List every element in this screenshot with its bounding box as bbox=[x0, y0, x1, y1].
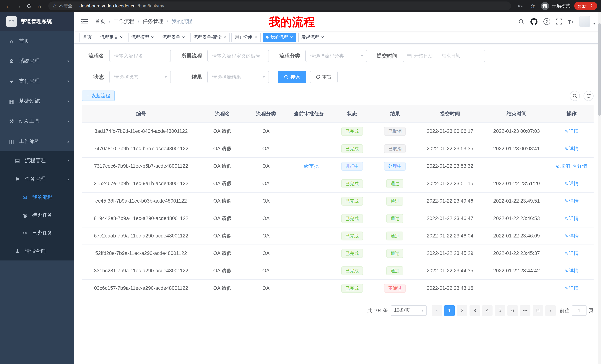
reset-button[interactable]: 重置 bbox=[310, 71, 338, 83]
page-button-11[interactable]: 11 bbox=[533, 305, 543, 316]
breadcrumb: 首页/工作流程/任务管理/我的流程 bbox=[95, 18, 192, 25]
bookmark-star-icon[interactable]: ☆ bbox=[528, 1, 537, 10]
sidebar-item-leave-query[interactable]: ♟请假查询 bbox=[0, 242, 74, 260]
incognito-glyph bbox=[542, 4, 548, 8]
sidebar-item-workflow[interactable]: ◫工作流程▴ bbox=[0, 131, 74, 151]
breadcrumb-separator: / bbox=[138, 19, 139, 25]
cancel-link[interactable]: ⊘取消 bbox=[556, 163, 570, 169]
tab-home[interactable]: 首页 bbox=[80, 32, 95, 42]
sidebar-item-todo-task[interactable]: ◉待办任务 bbox=[0, 206, 74, 224]
caret-down-icon[interactable]: ▾ bbox=[593, 22, 595, 27]
close-icon[interactable]: × bbox=[290, 35, 293, 40]
page-scrollbar[interactable] bbox=[598, 12, 601, 364]
close-icon[interactable]: × bbox=[120, 35, 123, 40]
detail-link[interactable]: ✎详情 bbox=[564, 215, 579, 221]
browser-home-icon[interactable]: ⌂ bbox=[35, 1, 44, 10]
tab-start-process[interactable]: 发起流程× bbox=[298, 32, 327, 42]
sidebar-item-payment[interactable]: ¥支付管理▾ bbox=[0, 71, 74, 91]
password-key-icon[interactable] bbox=[516, 1, 524, 10]
detail-link[interactable]: ✎详情 bbox=[564, 198, 579, 203]
category-select[interactable]: 请选择流程分类 ▾ bbox=[305, 50, 367, 62]
app-logo[interactable]: 芋道管理系统 bbox=[0, 12, 74, 31]
sidebar-item-home[interactable]: ⌂首页 bbox=[0, 31, 74, 51]
github-icon[interactable] bbox=[531, 18, 538, 26]
detail-link[interactable]: ✎详情 bbox=[564, 250, 579, 256]
result-select[interactable]: 请选择流结果 ▾ bbox=[207, 71, 269, 83]
cell-actions: ✎详情 bbox=[550, 123, 594, 140]
cell-id: 7470a810-7b9b-11ec-b5b7-acde48001122 bbox=[82, 140, 200, 157]
avatar[interactable] bbox=[579, 16, 591, 27]
page-button-1[interactable]: 1 bbox=[444, 305, 455, 316]
sidebar-item-process-management[interactable]: ▤流程管理▾ bbox=[0, 151, 74, 170]
reload-icon[interactable] bbox=[25, 1, 33, 10]
refresh-table-icon[interactable] bbox=[583, 91, 594, 101]
cell-submit-time: 2022-01-22 23:44:35 bbox=[416, 262, 483, 279]
next-page-button[interactable]: › bbox=[545, 305, 556, 316]
page-button-4[interactable]: 4 bbox=[482, 305, 492, 316]
page-button-6[interactable]: 6 bbox=[507, 305, 518, 316]
detail-link[interactable]: ✎详情 bbox=[564, 128, 579, 134]
toggle-search-icon[interactable] bbox=[570, 91, 580, 101]
sidebar: 芋道管理系统 ⌂首页⚙系统管理▾¥支付管理▾▦基础设施▾⚒研发工具▾◫工作流程▴… bbox=[0, 12, 74, 364]
address-bar[interactable]: ⚠ 不安全 | dashboard.yudao.iocoder.cn/bpm/t… bbox=[48, 1, 511, 10]
update-button[interactable]: 更新 ⋮ bbox=[574, 2, 597, 10]
cell-result: 已取消 bbox=[373, 140, 417, 157]
tab-label: 流程表单-编辑 bbox=[193, 34, 222, 40]
detail-link[interactable]: ✎详情 bbox=[564, 233, 579, 238]
process-def-input[interactable] bbox=[207, 50, 269, 62]
sidebar-item-task-management[interactable]: ⚑任务管理▴ bbox=[0, 170, 74, 189]
create-process-button[interactable]: + 发起流程 bbox=[82, 91, 115, 101]
forward-icon[interactable]: → bbox=[14, 1, 23, 10]
close-icon[interactable]: × bbox=[151, 35, 154, 40]
browser-menu-icon[interactable]: ⋮ bbox=[589, 3, 594, 8]
pager-ellipsis[interactable]: ••• bbox=[520, 305, 531, 316]
close-icon[interactable]: × bbox=[321, 35, 324, 40]
sidebar-item-done-task[interactable]: ✂已办任务 bbox=[0, 224, 74, 242]
result-badge: 不通过 bbox=[384, 284, 406, 293]
sidebar-item-my-process[interactable]: ✉我的流程 bbox=[0, 189, 74, 206]
tab-process-form-edit[interactable]: 流程表单-编辑× bbox=[190, 32, 230, 42]
sidebar-item-dev-tools[interactable]: ⚒研发工具▾ bbox=[0, 111, 74, 131]
close-icon[interactable]: × bbox=[182, 35, 185, 40]
page-size-select[interactable]: 10条/页 ▾ bbox=[391, 305, 427, 316]
page-button-2[interactable]: 2 bbox=[457, 305, 467, 316]
menu-fold-icon[interactable] bbox=[80, 18, 88, 26]
breadcrumb-item[interactable]: 工作流程 bbox=[114, 18, 134, 25]
workflow-icon: ◫ bbox=[7, 138, 16, 144]
status-select[interactable]: 请选择状态 ▾ bbox=[109, 71, 171, 83]
detail-link[interactable]: ✎详情 bbox=[564, 181, 579, 186]
prev-page-button[interactable]: ‹ bbox=[432, 305, 442, 316]
close-icon[interactable]: × bbox=[255, 35, 257, 40]
font-size-icon[interactable]: TT bbox=[568, 18, 573, 26]
back-icon[interactable]: ← bbox=[4, 1, 13, 10]
cell-id: 7317cec6-7b9b-11ec-b5b7-acde48001122 bbox=[82, 157, 200, 175]
tab-my-process[interactable]: 我的流程× bbox=[263, 32, 296, 42]
breadcrumb-item[interactable]: 首页 bbox=[95, 18, 105, 25]
submit-time-range-picker[interactable]: 开始日期 - 结束日期 bbox=[403, 50, 485, 62]
sidebar-item-system[interactable]: ⚙系统管理▾ bbox=[0, 51, 74, 71]
search-button[interactable]: 搜索 bbox=[278, 71, 306, 83]
detail-link[interactable]: ✎详情 bbox=[564, 146, 579, 151]
tab-process-form[interactable]: 流程表单× bbox=[159, 32, 188, 42]
search-icon[interactable] bbox=[518, 18, 524, 26]
detail-link[interactable]: ✎详情 bbox=[564, 285, 579, 291]
scrollbar-thumb[interactable] bbox=[598, 23, 601, 116]
task-link[interactable]: 一级审批 bbox=[299, 163, 319, 169]
page-button-5[interactable]: 5 bbox=[495, 305, 505, 316]
sidebar-item-infrastructure[interactable]: ▦基础设施▾ bbox=[0, 91, 74, 111]
tab-process-definition[interactable]: 流程定义× bbox=[97, 32, 126, 42]
process-name-input[interactable] bbox=[109, 50, 171, 62]
detail-link[interactable]: ✎详情 bbox=[573, 163, 587, 169]
tab-user-group[interactable]: 用户分组× bbox=[232, 32, 261, 42]
tab-process-model[interactable]: 流程模型× bbox=[128, 32, 157, 42]
status-badge: 已完成 bbox=[341, 179, 363, 188]
fullscreen-icon[interactable] bbox=[556, 18, 562, 26]
page-button-3[interactable]: 3 bbox=[470, 305, 480, 316]
cell-status: 已完成 bbox=[331, 175, 373, 192]
breadcrumb-item[interactable]: 任务管理 bbox=[143, 18, 163, 25]
cell-current-task bbox=[288, 192, 331, 210]
close-icon[interactable]: × bbox=[224, 35, 226, 40]
detail-link[interactable]: ✎详情 bbox=[564, 268, 579, 273]
help-icon[interactable]: ? bbox=[543, 18, 550, 25]
goto-page-input[interactable] bbox=[572, 305, 587, 316]
